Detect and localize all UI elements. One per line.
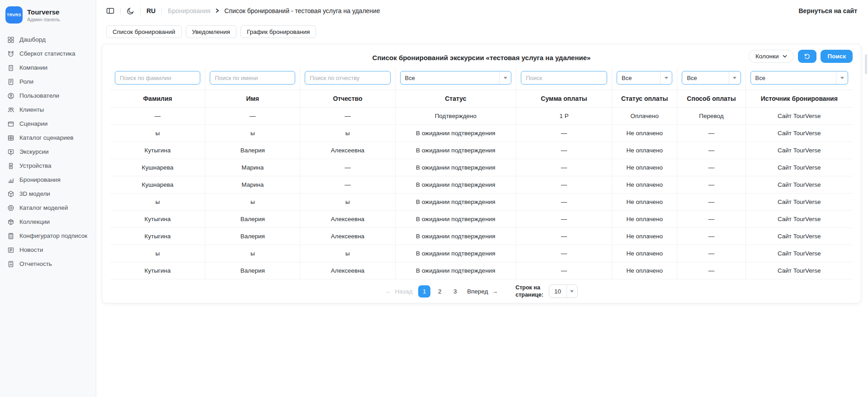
table-row[interactable]: КутыгинаВалерияАлексеевнаВ ожидании подт… [110, 228, 853, 245]
pagination-prev-button[interactable]: ← Назад [385, 288, 412, 295]
filter-input-lastname[interactable] [115, 71, 200, 85]
table-cell: В ожидании подтверждения [396, 194, 517, 211]
table-cell: — [516, 211, 612, 228]
table-cell: Перевод [677, 108, 745, 125]
table-cell: — [677, 262, 745, 279]
filter-select-status[interactable]: Все [400, 71, 512, 85]
pagination-page-1[interactable]: 1 [418, 285, 430, 298]
table-cell: Оплачено [612, 108, 677, 125]
sidebar-item-dashboard[interactable]: Дашборд [0, 33, 96, 47]
sidebar-item-subscription-configurator[interactable]: Конфигуратор подписок [0, 229, 96, 243]
filter-select-pay-status[interactable]: Все [617, 71, 672, 85]
sidebar-item-scenario-catalog[interactable]: Каталог сценариев [0, 131, 96, 145]
filter-select-source[interactable]: Все [750, 71, 848, 85]
filter-input-firstname[interactable] [210, 71, 295, 85]
filter-input-patronymic[interactable] [305, 71, 390, 85]
table-cell: — [516, 176, 612, 194]
table-cell: — [677, 245, 745, 262]
sidebar-item-sberkot-stats[interactable]: Сберкот статистика [0, 47, 96, 61]
tab-bookings-chart[interactable]: График бронирования [241, 25, 316, 38]
filter-select-value: Все [751, 75, 836, 81]
table-header-row: ФамилияИмяОтчествоСтатусСумма оплатыСтат… [110, 90, 853, 108]
table-cell: ы [300, 194, 395, 211]
theme-toggle-button[interactable] [127, 7, 134, 15]
sidebar-item-scenarios[interactable]: Сценарии [0, 117, 96, 131]
sidebar-item-roles[interactable]: Роли [0, 75, 96, 89]
columns-button[interactable]: Колонки [749, 50, 794, 63]
sidebar-item-label: Коллекции [19, 218, 50, 225]
sidebar-item-model-catalog[interactable]: Каталог моделей [0, 201, 96, 215]
sidebar-item-label: Пользователи [19, 92, 59, 99]
table-cell: Не оплачено [612, 228, 677, 245]
table-cell: ы [110, 125, 205, 142]
rows-per-page-select[interactable]: 10 [549, 284, 578, 298]
table-row[interactable]: КутыгинаВалерияАлексеевнаВ ожидании подт… [110, 211, 853, 228]
table-cell: — [300, 159, 395, 176]
select-arrow-icon [729, 71, 741, 84]
scrollbar-thumb[interactable] [865, 54, 867, 74]
select-arrow-icon [499, 71, 511, 84]
sidebar-item-clients[interactable]: Клиенты [0, 103, 96, 117]
pagination-page-2[interactable]: 2 [434, 285, 446, 298]
table-cell: — [516, 142, 612, 159]
filter-cell-firstname [205, 67, 300, 90]
app-logo[interactable]: TRVRS Tourverse Админ панель [0, 5, 96, 28]
filter-select-value: Все [682, 75, 728, 81]
table-row[interactable]: КушнареваМарина—В ожидании подтверждения… [110, 176, 853, 194]
table-row[interactable]: КутыгинаВалерияАлексеевнаВ ожидании подт… [110, 262, 853, 279]
card-title: Список бронирований экскурсии «тестовая … [373, 54, 591, 61]
pagination-next-button[interactable]: Вперед → [467, 288, 498, 295]
rows-per-page-label-line2: странице: [515, 292, 543, 298]
sidebar-item-devices[interactable]: Устройства [0, 159, 96, 173]
tab-bookings-list[interactable]: Список бронирований [106, 25, 182, 38]
breadcrumb-parent[interactable]: Бронирования [168, 7, 210, 14]
sidebar-item-label: Каталог моделей [19, 204, 68, 211]
table-cell: Сайт TourVerse [746, 108, 853, 125]
search-button[interactable]: Поиск [821, 50, 853, 63]
arrow-right-icon: → [492, 288, 498, 295]
table-cell: — [516, 159, 612, 176]
filter-input-amount[interactable] [521, 71, 607, 85]
sidebar-item-3d-models[interactable]: 3D модели [0, 187, 96, 201]
sidebar-toggle-button[interactable] [106, 7, 114, 14]
table-cell: Не оплачено [612, 125, 677, 142]
table-row[interactable]: ыыыВ ожидании подтверждения—Не оплачено—… [110, 245, 853, 262]
table-row[interactable]: ———Подтверждено1 РОплаченоПереводСайт To… [110, 108, 853, 125]
sidebar-item-label: Конфигуратор подписок [19, 232, 87, 239]
sidebar-item-news[interactable]: Новости [0, 243, 96, 257]
filter-select-pay-method[interactable]: Все [682, 71, 741, 85]
language-selector[interactable]: RU [146, 7, 156, 14]
refresh-button[interactable] [798, 50, 816, 63]
table-cell: ы [205, 245, 300, 262]
sidebar-item-users[interactable]: Пользователи [0, 89, 96, 103]
sidebar-item-collections[interactable]: Коллекции [0, 215, 96, 229]
table-row[interactable]: КушнареваМарина—В ожидании подтверждения… [110, 159, 853, 176]
sidebar-item-bookings[interactable]: Бронирования [0, 173, 96, 187]
rows-per-page: Строк на странице: 10 [515, 284, 578, 299]
pagination-page-3[interactable]: 3 [449, 285, 461, 298]
sidebar-item-label: 3D модели [19, 190, 50, 197]
bookings-icon [7, 176, 14, 184]
filter-cell-source: Все [746, 67, 853, 90]
table-cell: Сайт TourVerse [746, 262, 853, 279]
tab-notifications[interactable]: Уведомления [186, 25, 236, 38]
columns-button-label: Колонки [755, 53, 779, 60]
sidebar-item-label: Отчетность [19, 260, 52, 267]
table-row[interactable]: ыыыВ ожидании подтверждения—Не оплачено—… [110, 125, 853, 142]
table-row[interactable]: КутыгинаВалерияАлексеевнаВ ожидании подт… [110, 142, 853, 159]
table-cell: В ожидании подтверждения [396, 142, 517, 159]
column-header: Фамилия [110, 90, 205, 108]
divider [120, 7, 121, 15]
table-cell: Сайт TourVerse [746, 125, 853, 142]
table-cell: Сайт TourVerse [746, 211, 853, 228]
table-cell: Кушнарева [110, 159, 205, 176]
sidebar-item-reports[interactable]: Отчетность [0, 257, 96, 271]
filter-select-value: Все [401, 75, 500, 81]
pagination: ← Назад 123 Вперед → Строк на странице: … [110, 279, 853, 303]
table-cell: Кушнарева [110, 176, 205, 194]
sidebar-item-excursions[interactable]: Экскурсии [0, 145, 96, 159]
sidebar-item-companies[interactable]: Компании [0, 61, 96, 75]
table-cell: Сайт TourVerse [746, 159, 853, 176]
table-row[interactable]: ыыыВ ожидании подтверждения—Не оплачено—… [110, 194, 853, 211]
back-to-site-link[interactable]: Вернуться на сайт [798, 7, 857, 14]
